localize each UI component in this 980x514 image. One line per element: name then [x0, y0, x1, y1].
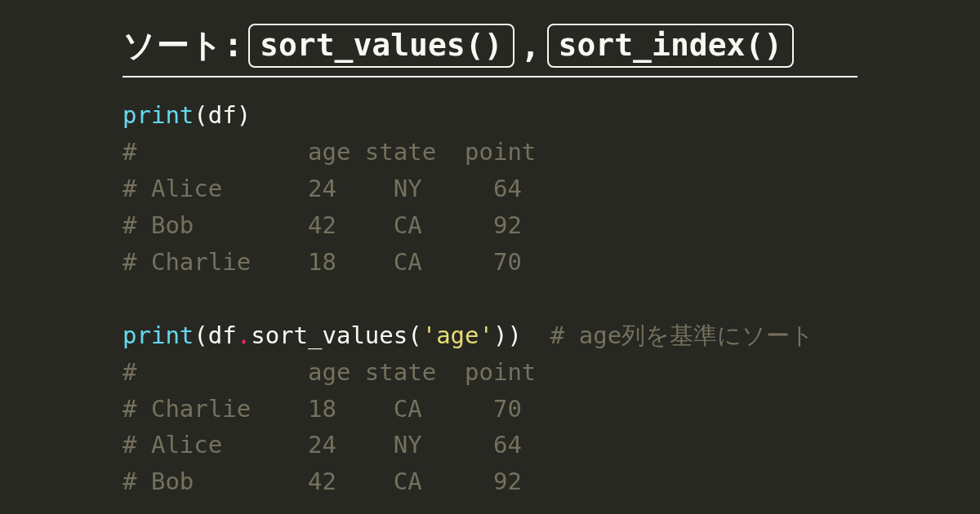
- output1-line1: # age state point: [122, 138, 536, 166]
- output1-line3: # Bob 42 CA 92: [122, 211, 522, 239]
- slide-container: ソート: sort_values() , sort_index() print(…: [0, 0, 980, 500]
- output2-line4: # Bob 42 CA 92: [122, 467, 522, 495]
- tok-rparen3: ): [493, 321, 507, 349]
- output2-line1: # age state point: [122, 358, 536, 386]
- title-row: ソート: sort_values() , sort_index(): [122, 23, 858, 78]
- code-line-2: print(df.sort_values('age')) # age列を基準にソ…: [122, 321, 814, 349]
- tok-rparen4: ): [507, 321, 521, 349]
- tok-df2: df: [208, 321, 237, 349]
- title-comma: ,: [521, 27, 541, 64]
- tok-lparen2: (: [194, 321, 207, 349]
- tok-print: print: [122, 101, 194, 129]
- tok-rparen: ): [237, 101, 251, 129]
- function-box-sort-index: sort_index(): [547, 24, 795, 68]
- tok-lparen3: (: [408, 321, 421, 349]
- tok-print2: print: [122, 321, 194, 349]
- output2-line2: # Charlie 18 CA 70: [122, 395, 522, 423]
- code-block: print(df) # age state point # Alice 24 N…: [122, 97, 858, 500]
- output2-line3: # Alice 24 NY 64: [122, 431, 522, 459]
- code-line-1: print(df): [122, 101, 251, 129]
- title-prefix: ソート:: [122, 23, 243, 68]
- tok-comment: # age列を基準にソート: [522, 321, 814, 349]
- function-box-sort-values: sort_values(): [248, 24, 514, 68]
- output1-line2: # Alice 24 NY 64: [122, 175, 522, 202]
- output1-line4: # Charlie 18 CA 70: [122, 248, 522, 276]
- tok-arg: 'age': [422, 321, 493, 349]
- tok-lparen: (: [194, 101, 207, 129]
- tok-method: sort_values: [251, 321, 408, 349]
- tok-dot: .: [237, 321, 251, 349]
- tok-df: df: [208, 101, 237, 129]
